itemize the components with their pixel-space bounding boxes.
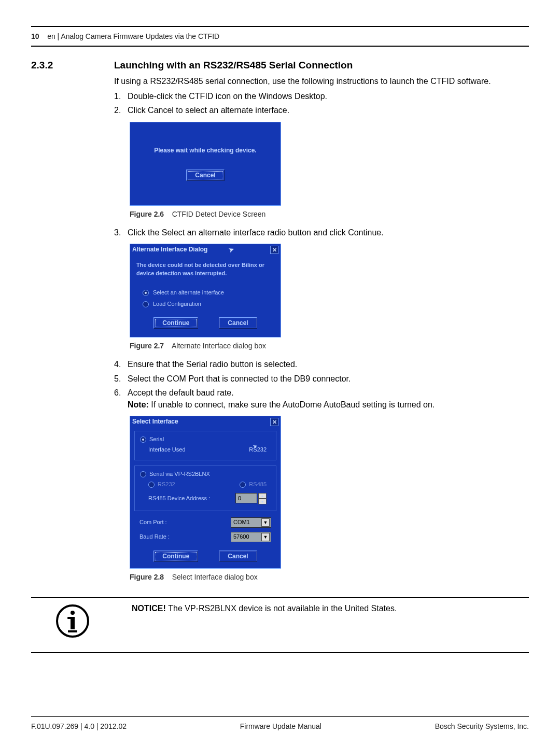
main-column: Launching with an RS232/RS485 Serial Con… bbox=[114, 59, 529, 589]
radio-label-serial-vp: Serial via VP-RS2BLNX bbox=[149, 470, 210, 478]
notice-text: NOTICE! The VP-RS2BLNX device is not ava… bbox=[132, 602, 529, 614]
chevron-down-icon: ▼ bbox=[261, 518, 270, 527]
com-port-label: Com Port : bbox=[139, 518, 167, 527]
close-icon[interactable]: ✕ bbox=[270, 246, 278, 254]
com-port-row: Com Port : COM1 ▼ bbox=[130, 516, 281, 529]
radio-icon bbox=[140, 436, 146, 443]
radio-icon bbox=[240, 482, 246, 488]
alternate-interface-dialog: Alternate Interface Dialog ➤ ✕ The devic… bbox=[130, 244, 281, 337]
rs485-address-stepper[interactable]: 0 ▲▼ bbox=[235, 493, 267, 504]
notice-label: NOTICE! bbox=[132, 604, 168, 613]
radio-rs232[interactable]: RS232 bbox=[148, 481, 175, 489]
radio-serial-vp[interactable]: Serial via VP-RS2BLNX bbox=[140, 470, 271, 478]
serial-panel: Serial Interface Used RS232 ➤ bbox=[134, 431, 276, 461]
cursor-icon: ➤ bbox=[228, 245, 236, 255]
figure-2-7-label: Figure 2.7 bbox=[130, 342, 164, 350]
select-interface-dialog: Select Interface ✕ Serial Interface Used… bbox=[130, 416, 281, 569]
baud-rate-label: Baud Rate : bbox=[139, 533, 170, 541]
radio-icon bbox=[140, 471, 146, 477]
figure-2-7-caption: Figure 2.7 Alternate Interface dialog bo… bbox=[130, 341, 529, 351]
dialog-message: The device could not be detected over Bi… bbox=[136, 261, 274, 278]
figure-2-6: Please wait while checking device. Cance… bbox=[130, 122, 529, 219]
radio-label-alternate: Select an alternate interface bbox=[153, 289, 224, 297]
radio-label-load-config: Load Configuration bbox=[153, 300, 201, 308]
figure-2-8: Select Interface ✕ Serial Interface Used… bbox=[130, 416, 529, 582]
figure-2-8-text: Select Interface dialog box bbox=[172, 573, 258, 581]
section-title: Launching with an RS232/RS485 Serial Con… bbox=[114, 59, 529, 72]
interface-used-label: Interface Used bbox=[148, 446, 186, 454]
cancel-button[interactable]: Cancel bbox=[219, 551, 257, 562]
note-text: If unable to connect, make sure the Auto… bbox=[149, 400, 435, 409]
section-number: 2.3.2 bbox=[31, 59, 114, 589]
step-4: Ensure that the Serial radio button is s… bbox=[128, 358, 529, 370]
dialog-title-bar: Alternate Interface Dialog ➤ ✕ bbox=[130, 244, 281, 255]
radio-icon bbox=[143, 290, 149, 296]
step-1: Double-click the CTFID icon on the Windo… bbox=[128, 90, 529, 102]
radio-load-configuration[interactable]: Load Configuration bbox=[136, 299, 274, 310]
header-trail: en | Analog Camera Firmware Updates via … bbox=[47, 32, 219, 40]
header-text bbox=[41, 32, 47, 40]
rs485-addr-label: RS485 Device Address : bbox=[148, 495, 210, 503]
interface-used-row: Interface Used RS232 ➤ bbox=[140, 444, 271, 456]
dialog-button-row: Continue Cancel bbox=[130, 543, 281, 568]
figure-2-6-label: Figure 2.6 bbox=[130, 210, 164, 218]
serial-vp-panel: Serial via VP-RS2BLNX RS232 RS485 bbox=[134, 466, 276, 511]
radio-serial[interactable]: Serial bbox=[140, 435, 271, 444]
step-5: Select the COM Port that is connected to… bbox=[128, 373, 529, 385]
close-icon[interactable]: ✕ bbox=[270, 418, 278, 426]
note-label: Note: bbox=[128, 400, 149, 409]
footer-center: Firmware Update Manual bbox=[240, 721, 321, 731]
dialog-title: Alternate Interface Dialog bbox=[132, 245, 207, 254]
dialog-title-bar: Select Interface ✕ bbox=[130, 416, 281, 427]
step-6: Accept the default baud rate. Note: If u… bbox=[128, 387, 529, 411]
footer-right: Bosch Security Systems, Inc. bbox=[435, 721, 529, 731]
header-rule bbox=[31, 46, 529, 47]
rs232-label: RS232 bbox=[158, 481, 175, 489]
header-line: 10 en | Analog Camera Firmware Updates v… bbox=[31, 26, 529, 46]
rs485-label: RS485 bbox=[249, 481, 267, 489]
info-icon bbox=[56, 604, 89, 638]
continue-button[interactable]: Continue bbox=[153, 317, 198, 329]
figure-2-7: Alternate Interface Dialog ➤ ✕ The devic… bbox=[130, 244, 529, 351]
step-2: Click Cancel to select an alternate inte… bbox=[128, 104, 529, 116]
section-intro: If using a RS232/RS485 serial connection… bbox=[114, 75, 529, 87]
steps-list-b: Click the Select an alternate interface … bbox=[114, 227, 529, 238]
rs485-address-value: 0 bbox=[235, 493, 257, 503]
baud-rate-row: Baud Rate : 57600 ▼ bbox=[130, 529, 281, 543]
stepper-buttons[interactable]: ▲▼ bbox=[258, 493, 267, 504]
dialog-body: The device could not be detected over Bi… bbox=[130, 255, 281, 337]
rs-options-row: RS232 RS485 bbox=[140, 478, 271, 491]
detect-message: Please wait while checking device. bbox=[154, 146, 256, 155]
chevron-down-icon: ▼ bbox=[261, 533, 270, 541]
radio-label-serial: Serial bbox=[149, 435, 164, 444]
com-port-select[interactable]: COM1 ▼ bbox=[231, 517, 271, 528]
content: 2.3.2 Launching with an RS232/RS485 Seri… bbox=[31, 59, 529, 589]
step-6-line1: Accept the default baud rate. bbox=[128, 388, 234, 397]
figure-2-8-label: Figure 2.8 bbox=[130, 573, 164, 581]
figure-2-6-text: CTFID Detect Device Screen bbox=[172, 210, 266, 218]
notice-body: The VP-RS2BLNX device is not available i… bbox=[168, 604, 397, 613]
baud-rate-value: 57600 bbox=[233, 533, 249, 541]
footer-left: F.01U.097.269 | 4.0 | 2012.02 bbox=[31, 721, 127, 731]
figure-2-6-caption: Figure 2.6 CTFID Detect Device Screen bbox=[130, 209, 529, 219]
page-header: 10 en | Analog Camera Firmware Updates v… bbox=[31, 26, 529, 47]
dialog-button-row: Continue Cancel bbox=[136, 310, 274, 330]
steps-list-c: Ensure that the Serial radio button is s… bbox=[114, 358, 529, 411]
radio-icon bbox=[148, 482, 155, 488]
radio-select-alternate[interactable]: Select an alternate interface bbox=[136, 287, 274, 299]
cancel-button[interactable]: Cancel bbox=[186, 170, 224, 181]
radio-icon bbox=[143, 301, 149, 307]
cancel-button[interactable]: Cancel bbox=[219, 317, 257, 329]
figure-2-7-text: Alternate Interface dialog box bbox=[172, 342, 266, 350]
radio-rs485[interactable]: RS485 bbox=[240, 481, 267, 489]
page-number: 10 bbox=[31, 32, 39, 40]
steps-list-a: Double-click the CTFID icon on the Windo… bbox=[114, 90, 529, 116]
baud-rate-select[interactable]: 57600 ▼ bbox=[231, 532, 271, 542]
notice-block: NOTICE! The VP-RS2BLNX device is not ava… bbox=[31, 597, 529, 653]
page-footer: F.01U.097.269 | 4.0 | 2012.02 Firmware U… bbox=[31, 716, 529, 731]
info-icon-holder bbox=[31, 602, 114, 638]
step-3: Click the Select an alternate interface … bbox=[128, 227, 529, 238]
dialog-title: Select Interface bbox=[132, 417, 178, 426]
continue-button[interactable]: Continue bbox=[153, 551, 198, 562]
rs485-address-row: RS485 Device Address : 0 ▲▼ bbox=[140, 491, 271, 506]
